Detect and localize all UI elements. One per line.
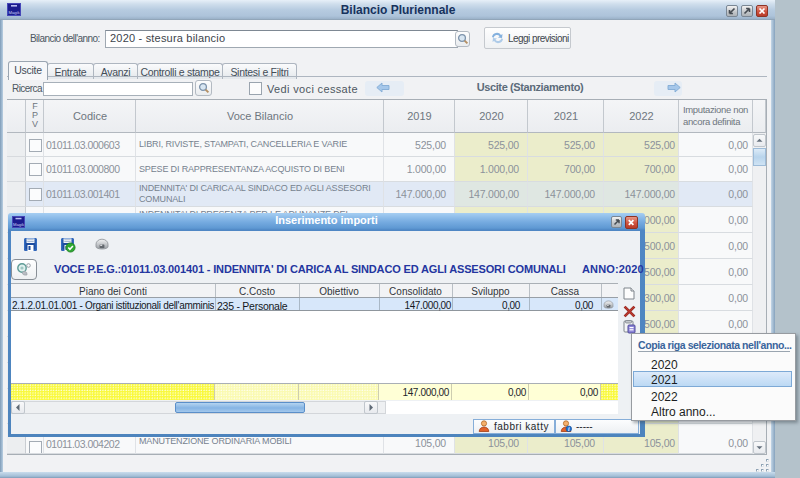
svg-text:Magik: Magik: [13, 222, 25, 227]
svg-text:Magik: Magik: [8, 10, 20, 15]
